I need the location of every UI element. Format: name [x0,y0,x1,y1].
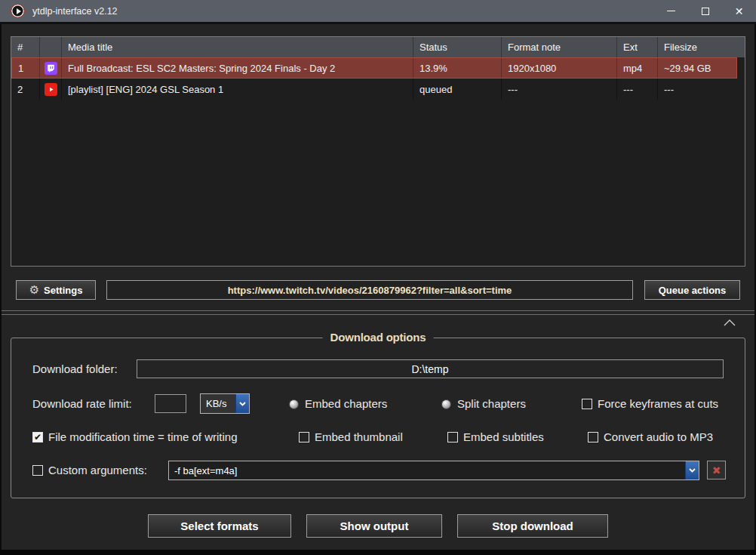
download-folder-value: D:\temp [411,363,448,375]
settings-button[interactable]: ⚙ Settings [16,280,96,300]
embed-thumbnail-checkbox[interactable]: ✔ [299,432,309,442]
split-chapters-label[interactable]: Split chapters [457,397,526,410]
embed-subtitles-label[interactable]: Embed subtitles [463,430,544,443]
rate-unit-select[interactable]: KB/s [200,393,250,414]
close-button[interactable]: ✕ [722,0,756,22]
custom-args-label[interactable]: Custom arguments: [48,464,147,476]
url-value: https://www.twitch.tv/videos/2160879962?… [228,285,512,296]
minimize-button[interactable] [654,0,688,22]
row-status: 13.9% [413,58,502,78]
app-icon [11,4,25,18]
show-output-button[interactable]: Show output [306,514,442,538]
stop-download-label: Stop download [492,520,573,532]
row-site-cell [40,58,62,78]
show-output-label: Show output [340,520,409,532]
header-status[interactable]: Status [413,37,502,57]
window-bottom-border [0,550,756,555]
custom-args-value: -f ba[ext=m4a] [169,461,685,479]
download-folder-label: Download folder: [32,362,118,375]
row-ext: mp4 [617,58,658,78]
file-mod-time-label[interactable]: File modification time = time of writing [48,430,238,443]
close-icon: ✕ [735,6,744,17]
file-mod-time-checkbox[interactable]: ✔ [32,432,43,442]
convert-mp3-label[interactable]: Convert audio to MP3 [604,430,713,443]
select-formats-label: Select formats [180,520,258,532]
custom-args-combobox[interactable]: -f ba[ext=m4a] [168,461,699,480]
row-format-note: 1920x1080 [502,58,617,78]
row-ext: --- [617,79,658,100]
header-format-note[interactable]: Format note [502,37,617,57]
app-window: ytdlp-interface v2.12 ✕ # Media title St… [0,0,756,555]
queue-row-2[interactable]: 2 [playlist] [ENG] 2024 GSL Season 1 que… [11,79,736,100]
header-filesize[interactable]: Filesize [658,37,736,57]
header-number[interactable]: # [11,37,40,57]
header-site-icon[interactable] [40,37,62,57]
queue-actions-label: Queue actions [659,285,727,296]
header-media-title[interactable]: Media title [62,37,413,57]
row-media-title: [playlist] [ENG] 2024 GSL Season 1 [62,79,413,100]
twitch-icon [45,62,57,75]
group-title: Download options [323,331,434,344]
download-options-group: Download options Download folder: D:\tem… [11,338,745,498]
queue-actions-button[interactable]: Queue actions [644,280,740,300]
minimize-icon [667,11,675,12]
header-ext[interactable]: Ext [617,37,658,57]
red-x-icon: ✖ [712,464,721,476]
rate-limit-label: Download rate limit: [32,397,132,410]
row-format-note: --- [502,79,617,100]
row-filesize: ~29.94 GB [658,58,736,78]
gear-icon: ⚙ [29,283,39,297]
maximize-icon [702,8,709,15]
row-site-cell [40,79,62,100]
url-input[interactable]: https://www.twitch.tv/videos/2160879962?… [106,280,633,300]
row-media-title: Full Broadcast: ESL SC2 Masters: Spring … [62,58,413,78]
embed-subtitles-checkbox[interactable]: ✔ [447,432,458,442]
youtube-icon [45,83,57,96]
rate-limit-input[interactable] [155,394,186,413]
clear-args-button[interactable]: ✖ [707,461,726,479]
row-number: 1 [12,58,40,78]
embed-chapters-label[interactable]: Embed chapters [305,397,387,410]
table-header-row: # Media title Status Format note Ext Fil… [11,37,745,57]
window-title: ytdlp-interface v2.12 [32,6,118,17]
collapse-chevron-icon[interactable] [722,317,737,328]
force-keyframes-checkbox[interactable]: ✔ [582,399,592,409]
rate-unit-value: KB/s [201,394,235,413]
row-filesize: --- [658,79,736,100]
embed-thumbnail-label[interactable]: Embed thumbnail [315,430,403,443]
settings-label: Settings [44,285,82,296]
queue-row-1[interactable]: 1 Full Broadcast: ESL SC2 Masters: Sprin… [11,57,737,79]
force-keyframes-label[interactable]: Force keyframes at cuts [598,397,718,410]
chevron-down-icon[interactable] [685,461,699,479]
titlebar: ytdlp-interface v2.12 ✕ [0,0,756,24]
section-divider [2,310,754,315]
custom-args-checkbox[interactable]: ✔ [32,465,43,476]
split-chapters-radio[interactable] [441,399,451,409]
chevron-down-icon[interactable] [235,394,249,413]
download-folder-input[interactable]: D:\temp [137,359,724,378]
row-status: queued [413,79,502,100]
row-number: 2 [11,79,40,100]
select-formats-button[interactable]: Select formats [148,514,291,538]
convert-mp3-checkbox[interactable]: ✔ [588,432,598,442]
download-queue-table: # Media title Status Format note Ext Fil… [11,36,745,267]
stop-download-button[interactable]: Stop download [457,514,608,538]
maximize-button[interactable] [688,0,722,22]
embed-chapters-radio[interactable] [289,399,299,409]
